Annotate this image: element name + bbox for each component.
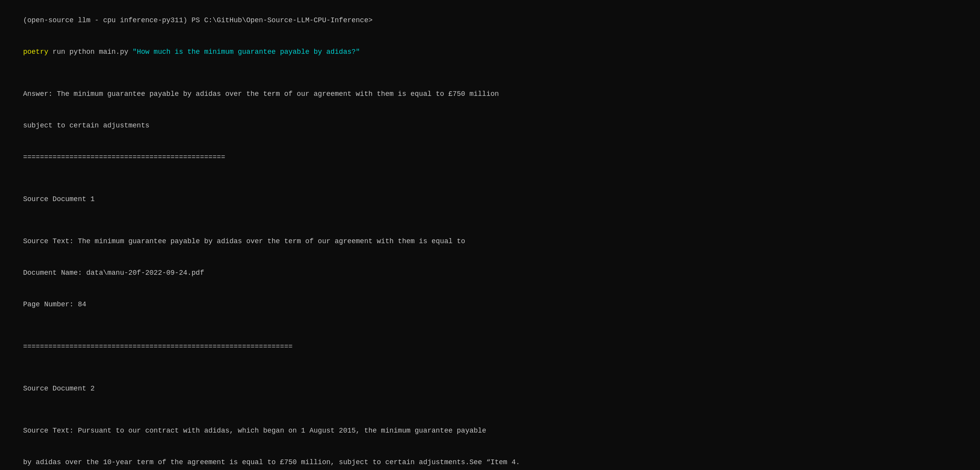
source-doc2-text-line2: by adidas over the 10-year term of the a… — [6, 447, 974, 470]
source-doc2-text-line1: Source Text: Pursuant to our contract wi… — [6, 415, 974, 447]
answer-line2: subject to certain adjustments — [6, 110, 974, 141]
command-query: "How much is the minimum guarantee payab… — [133, 48, 360, 56]
prompt-line: (open-source llm - cpu inference-py311) … — [6, 5, 974, 36]
source-doc2-header: Source Document 2 — [6, 373, 974, 405]
source-doc1-header: Source Document 1 — [6, 184, 974, 215]
separator-1: ========================================… — [6, 141, 974, 173]
source-doc1-text: Source Text: The minimum guarantee payab… — [6, 226, 974, 257]
command-line: poetry run python main.py "How much is t… — [6, 36, 974, 68]
terminal-output: (open-source llm - cpu inference-py311) … — [6, 5, 974, 470]
source-doc1-docname: Document Name: data\manu-20f-2022-09-24.… — [6, 257, 974, 289]
source-doc1-page: Page Number: 84 — [6, 289, 974, 320]
answer-line1: Answer: The minimum guarantee payable by… — [6, 78, 974, 110]
poetry-keyword: poetry — [23, 48, 48, 56]
prompt-text: (open-source llm - cpu inference-py311) … — [23, 16, 373, 24]
command-middle: run python main.py — [48, 48, 133, 56]
separator-2: ========================================… — [6, 331, 974, 362]
